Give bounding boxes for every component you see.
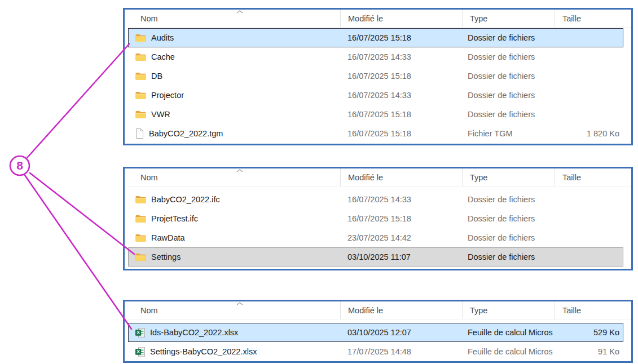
sort-chevron-up-icon[interactable]: [236, 10, 243, 14]
table-row[interactable]: Audits 16/07/2025 15:18 Dossier de fichi…: [128, 28, 623, 47]
column-header-taille[interactable]: Taille: [555, 168, 624, 186]
file-name: ProjetTest.ifc: [151, 214, 198, 223]
sort-chevron-up-icon[interactable]: [236, 169, 243, 172]
file-name: Audits: [151, 33, 174, 42]
tgm-file-icon: [135, 128, 144, 139]
explorer-panel-2: NomModifié leTypeTaille BabyCO2_2022.ifc…: [123, 167, 633, 270]
modified-date: 16/07/2025 14:33: [338, 91, 460, 100]
file-name: Settings-BabyCO2_2022.xlsx: [150, 347, 257, 356]
file-name: Projector: [151, 91, 184, 100]
callout-circle: [10, 156, 29, 175]
file-type: Dossier de fichiers: [460, 233, 553, 242]
file-size: 91 Ko: [553, 347, 624, 356]
file-type: Dossier de fichiers: [460, 252, 553, 261]
table-row[interactable]: X Settings-BabyCO2_2022.xlsx 17/07/2025 …: [128, 342, 623, 361]
folder-icon: [135, 253, 146, 261]
modified-date: 03/10/2025 11:07: [338, 252, 460, 261]
file-type: Dossier de fichiers: [460, 110, 553, 119]
table-row[interactable]: Cache 16/07/2025 14:33 Dossier de fichie…: [128, 47, 623, 66]
file-rows-3: X Ids-BabyCO2_2022.xlsx 03/10/2025 12:07…: [125, 319, 631, 361]
column-header-modifi-le[interactable]: Modifié le: [340, 301, 462, 319]
callout-number: 8: [16, 159, 23, 172]
modified-date: 16/07/2025 14:33: [338, 195, 460, 204]
file-name: DB: [151, 72, 162, 81]
file-name: VWR: [151, 110, 170, 119]
explorer-panel-1: NomModifié leTypeTaille Audits 16/07/202…: [123, 8, 633, 145]
folder-icon: [135, 215, 146, 223]
column-header-nom[interactable]: Nom: [128, 168, 340, 186]
table-row[interactable]: VWR 16/07/2025 15:18 Dossier de fichiers: [128, 105, 623, 124]
callout-line-to-settings: [30, 173, 134, 254]
table-row[interactable]: Settings 03/10/2025 11:07 Dossier de fic…: [128, 247, 623, 267]
column-header-type[interactable]: Type: [462, 301, 555, 319]
table-row[interactable]: Projector 16/07/2025 14:33 Dossier de fi…: [128, 86, 623, 105]
folder-icon: [135, 34, 146, 42]
file-type: Feuille de calcul Micros...: [460, 347, 553, 356]
file-type: Dossier de fichiers: [460, 72, 553, 81]
excel-file-icon: X: [135, 347, 145, 357]
file-name: BabyCO2_2022.ifc: [151, 195, 220, 204]
table-row[interactable]: DB 16/07/2025 15:18 Dossier de fichiers: [128, 66, 623, 86]
folder-icon: [135, 110, 146, 119]
folder-icon: [135, 196, 146, 204]
file-type: Dossier de fichiers: [460, 214, 553, 223]
modified-date: 16/07/2025 15:18: [338, 72, 460, 81]
column-header-taille[interactable]: Taille: [555, 10, 624, 27]
callout-line-to-audits: [27, 44, 129, 158]
modified-date: 23/07/2025 14:42: [338, 233, 460, 242]
column-headers-2: NomModifié leTypeTaille: [128, 168, 631, 187]
sort-chevron-up-icon[interactable]: [236, 302, 243, 305]
column-headers-1: NomModifié leTypeTaille: [128, 10, 631, 28]
file-name: Settings: [151, 252, 181, 261]
table-row[interactable]: BabyCO2_2022.ifc 16/07/2025 14:33 Dossie…: [128, 190, 623, 209]
column-header-taille[interactable]: Taille: [555, 301, 624, 319]
explorer-panel-3: NomModifié leTypeTaille X Ids-BabyCO2_20…: [123, 300, 633, 363]
modified-date: 16/07/2025 15:18: [338, 214, 460, 223]
table-row[interactable]: ProjetTest.ifc 16/07/2025 15:18 Dossier …: [128, 209, 623, 228]
column-header-nom[interactable]: Nom: [128, 10, 340, 27]
folder-icon: [135, 72, 146, 81]
modified-date: 16/07/2025 15:18: [338, 110, 460, 119]
column-headers-3: NomModifié leTypeTaille: [128, 301, 631, 319]
column-header-modifi-le[interactable]: Modifié le: [340, 10, 462, 27]
file-type: Feuille de calcul Micros...: [460, 328, 553, 337]
modified-date: 16/07/2025 15:18: [338, 129, 460, 138]
folder-icon: [135, 53, 146, 61]
column-header-type[interactable]: Type: [462, 10, 555, 27]
file-rows-1: Audits 16/07/2025 15:18 Dossier de fichi…: [125, 28, 631, 143]
file-name: RawData: [151, 233, 185, 242]
table-row[interactable]: RawData 23/07/2025 14:42 Dossier de fich…: [128, 228, 623, 247]
callout-line-to-ids-file: [25, 175, 131, 329]
file-name: Ids-BabyCO2_2022.xlsx: [150, 328, 238, 337]
modified-date: 03/10/2025 12:07: [338, 328, 460, 337]
file-name: Cache: [151, 52, 175, 61]
svg-text:X: X: [137, 330, 140, 335]
table-row[interactable]: X Ids-BabyCO2_2022.xlsx 03/10/2025 12:07…: [128, 323, 623, 342]
folder-icon: [135, 234, 146, 242]
file-size: 1 820 Ko: [553, 129, 624, 138]
excel-file-icon: X: [135, 328, 145, 338]
file-type: Dossier de fichiers: [460, 33, 553, 42]
column-header-modifi-le[interactable]: Modifié le: [340, 168, 462, 186]
column-header-type[interactable]: Type: [462, 168, 555, 186]
modified-date: 16/07/2025 15:18: [338, 33, 460, 42]
file-rows-2: BabyCO2_2022.ifc 16/07/2025 14:33 Dossie…: [125, 187, 631, 267]
svg-text:X: X: [137, 349, 140, 354]
file-type: Dossier de fichiers: [460, 52, 553, 61]
file-size: 529 Ko: [553, 328, 624, 337]
modified-date: 17/07/2025 14:48: [338, 347, 460, 356]
file-name: BabyCO2_2022.tgm: [149, 129, 223, 138]
folder-icon: [135, 91, 146, 100]
file-type: Dossier de fichiers: [460, 195, 553, 204]
file-type: Fichier TGM: [460, 129, 553, 138]
column-header-nom[interactable]: Nom: [128, 301, 340, 319]
modified-date: 16/07/2025 14:33: [338, 52, 460, 61]
callout-8: 8: [10, 44, 134, 329]
file-type: Dossier de fichiers: [460, 91, 553, 100]
table-row[interactable]: BabyCO2_2022.tgm 16/07/2025 15:18 Fichie…: [128, 124, 623, 143]
